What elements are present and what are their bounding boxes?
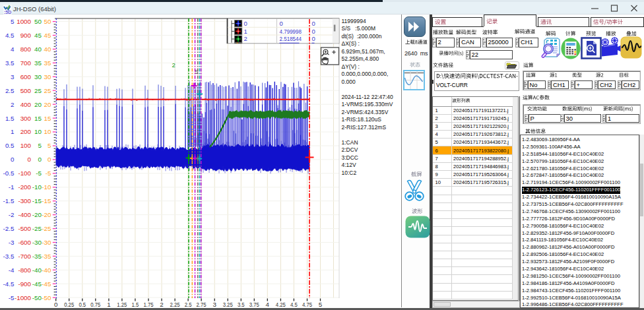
svg-text:300: 300	[20, 115, 32, 122]
svg-text:1000: 1000	[16, 18, 31, 25]
svg-text:-3: -3	[9, 239, 15, 246]
svg-text:-100: -100	[18, 170, 31, 177]
svg-text:-5: -5	[46, 170, 51, 177]
svg-text:35: 35	[34, 59, 42, 67]
svg-text:0: 0	[38, 156, 42, 163]
svg-text:3.75: 3.75	[249, 301, 260, 308]
svg-text:2: 2	[11, 101, 14, 108]
svg-text:4: 4	[11, 46, 15, 53]
svg-text:-20: -20	[32, 211, 42, 218]
svg-text:600: 600	[20, 73, 32, 80]
svg-text:0: 0	[11, 156, 15, 163]
svg-text:5: 5	[48, 142, 51, 149]
svg-text:45: 45	[44, 32, 51, 39]
svg-text:2.25: 2.25	[170, 301, 181, 308]
svg-text:-35: -35	[32, 253, 42, 260]
svg-text:-800: -800	[18, 266, 31, 274]
svg-text:-40: -40	[32, 266, 42, 274]
svg-text:3.25: 3.25	[223, 301, 234, 308]
svg-text:-25: -25	[42, 225, 51, 232]
svg-text:800: 800	[20, 46, 32, 53]
svg-text:-1000: -1000	[15, 294, 32, 301]
svg-text:45: 45	[34, 32, 42, 39]
svg-text:2.5: 2.5	[185, 301, 192, 308]
svg-text:4.25: 4.25	[276, 301, 286, 308]
svg-text:30: 30	[34, 73, 42, 80]
svg-text:0: 0	[280, 20, 283, 27]
svg-text:-400: -400	[18, 211, 31, 218]
svg-text:-15: -15	[42, 197, 51, 204]
svg-text:10: 10	[34, 128, 42, 135]
svg-text:0: 0	[244, 20, 247, 27]
svg-text:15: 15	[44, 115, 51, 122]
svg-text:-500: -500	[18, 225, 31, 232]
svg-text:3: 3	[11, 73, 15, 80]
svg-text:20: 20	[34, 101, 42, 108]
svg-text:-200: -200	[18, 183, 31, 191]
svg-text:0.5: 0.5	[5, 142, 15, 149]
svg-text:5: 5	[38, 142, 42, 149]
svg-text:0.75: 0.75	[90, 301, 101, 308]
svg-text:-50: -50	[42, 294, 51, 301]
svg-text:15: 15	[34, 115, 42, 122]
svg-text:-30: -30	[32, 239, 42, 246]
svg-text:40: 40	[34, 46, 42, 53]
svg-text:-15: -15	[32, 197, 42, 204]
svg-text:-1.5: -1.5	[3, 197, 15, 204]
svg-text:25: 25	[34, 87, 42, 94]
svg-text:-35: -35	[42, 253, 51, 260]
svg-text:-2.5: -2.5	[3, 225, 15, 232]
svg-text:-40: -40	[42, 266, 51, 274]
svg-text:-1: -1	[9, 183, 15, 191]
svg-text:4.5: 4.5	[290, 301, 298, 308]
svg-text:50: 50	[44, 18, 51, 25]
svg-text:4: 4	[266, 301, 270, 308]
svg-text:0: 0	[312, 35, 315, 42]
svg-text:2: 2	[172, 61, 176, 69]
svg-text:1: 1	[244, 28, 247, 35]
svg-text:2.5: 2.5	[5, 87, 15, 94]
svg-text:-4.5: -4.5	[3, 280, 15, 288]
svg-text::5D: :5D	[4, 9, 11, 14]
svg-text:0: 0	[312, 28, 315, 35]
svg-text:4.75: 4.75	[302, 301, 313, 308]
svg-text:4.799998: 4.799998	[280, 28, 302, 35]
svg-text:-25: -25	[32, 225, 42, 232]
svg-text:20: 20	[44, 101, 51, 108]
svg-text:1.25: 1.25	[117, 301, 127, 308]
svg-text:-50: -50	[32, 294, 42, 301]
svg-text:0: 0	[312, 20, 315, 27]
svg-text:1: 1	[11, 128, 14, 135]
svg-text:30: 30	[44, 73, 51, 80]
svg-text:-600: -600	[18, 239, 31, 246]
svg-text:-300: -300	[18, 197, 31, 204]
svg-text:10: 10	[44, 128, 51, 135]
svg-text:-4: -4	[9, 266, 15, 274]
svg-text:50: 50	[34, 18, 42, 25]
svg-text:-45: -45	[42, 280, 51, 288]
svg-text:-5: -5	[36, 170, 42, 177]
svg-text:40: 40	[44, 46, 51, 53]
svg-text:3: 3	[212, 301, 216, 308]
svg-text:-10: -10	[32, 183, 42, 191]
svg-text:-900: -900	[18, 280, 31, 288]
svg-text:1.5: 1.5	[5, 115, 15, 122]
svg-text:3.5: 3.5	[5, 59, 15, 67]
svg-text:2.518544: 2.518544	[280, 35, 302, 42]
svg-text:-0.5: -0.5	[3, 170, 15, 177]
svg-text:0: 0	[28, 156, 32, 163]
svg-text:2: 2	[244, 35, 247, 42]
svg-text:1.5: 1.5	[132, 301, 139, 308]
svg-text:-20: -20	[42, 211, 51, 218]
svg-text:0.25: 0.25	[64, 301, 75, 308]
svg-text:25: 25	[44, 87, 51, 94]
svg-text:-700: -700	[18, 253, 31, 260]
svg-text:35: 35	[44, 59, 51, 67]
svg-text:3.5: 3.5	[238, 301, 245, 308]
svg-text:2.75: 2.75	[197, 301, 207, 308]
svg-text:-3.5: -3.5	[3, 253, 15, 260]
svg-text:4.5: 4.5	[5, 32, 15, 39]
svg-text:0.5: 0.5	[79, 301, 86, 308]
svg-text:-30: -30	[42, 239, 51, 246]
svg-text:1.75: 1.75	[143, 301, 154, 308]
